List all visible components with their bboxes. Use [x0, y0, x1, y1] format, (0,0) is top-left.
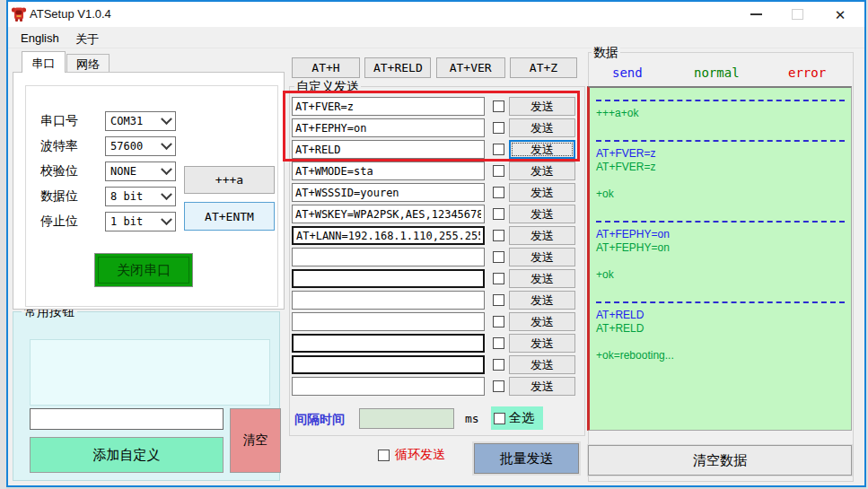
- custom-command-input[interactable]: [292, 291, 485, 310]
- plus-a-button[interactable]: +++a: [184, 166, 275, 194]
- serial-field-dropdown[interactable]: 8 bit: [105, 187, 176, 206]
- interval-time-input[interactable]: [359, 408, 454, 429]
- custom-command-input[interactable]: [292, 312, 485, 331]
- send-button[interactable]: 发送: [509, 183, 575, 202]
- send-checkbox[interactable]: [493, 316, 504, 327]
- close-button[interactable]: ✕: [823, 2, 857, 27]
- log-blank-line: [596, 174, 851, 188]
- minimize-button[interactable]: [739, 2, 773, 27]
- custom-command-input[interactable]: [292, 118, 485, 137]
- send-button[interactable]: 发送: [509, 248, 575, 266]
- dropdown-value: NONE: [110, 165, 136, 178]
- batch-send-button[interactable]: 批量发送: [474, 443, 579, 474]
- custom-send-row: 发送: [292, 97, 575, 116]
- close-serial-port-button[interactable]: 关闭串口: [94, 253, 193, 287]
- quick-button-at-ver[interactable]: AT+VER: [436, 57, 505, 78]
- log-blank-line: [596, 255, 851, 268]
- close-icon: ✕: [835, 8, 846, 22]
- send-checkbox[interactable]: [493, 380, 504, 392]
- custom-command-input[interactable]: [292, 205, 485, 223]
- custom-command-input[interactable]: [292, 140, 485, 159]
- serial-field-label: 停止位: [40, 214, 105, 230]
- select-all-checkbox[interactable]: [494, 413, 505, 424]
- log-line: +ok: [596, 268, 851, 282]
- legend-error: error: [788, 65, 826, 80]
- custom-command-input[interactable]: [292, 377, 485, 396]
- send-button[interactable]: 发送: [509, 334, 575, 353]
- quick-button-at-reld[interactable]: AT+RELD: [364, 57, 431, 78]
- send-checkbox[interactable]: [493, 165, 504, 177]
- send-button[interactable]: 发送: [509, 97, 575, 116]
- menu-item-english[interactable]: English: [15, 30, 65, 47]
- custom-command-input[interactable]: [292, 226, 485, 245]
- common-buttons-group: 常用按钮 添加自定义 清空: [13, 311, 280, 481]
- send-checkbox[interactable]: [493, 251, 504, 263]
- custom-command-input[interactable]: [292, 355, 485, 374]
- send-button[interactable]: 发送: [509, 226, 575, 245]
- send-checkbox[interactable]: [493, 337, 504, 349]
- custom-send-row: 发送: [292, 291, 575, 310]
- tab-serial[interactable]: 串口: [22, 51, 66, 73]
- send-button[interactable]: 发送: [509, 355, 575, 374]
- send-checkbox[interactable]: [493, 230, 504, 241]
- serial-field-label: 数据位: [40, 188, 105, 205]
- tab-network[interactable]: 网络: [66, 54, 110, 73]
- maximize-button[interactable]: [780, 2, 814, 27]
- send-button[interactable]: 发送: [509, 312, 575, 331]
- send-checkbox[interactable]: [493, 273, 504, 284]
- custom-command-input[interactable]: [292, 334, 485, 353]
- custom-send-rows: 发送发送发送发送发送发送发送发送发送发送发送发送发送发送: [292, 97, 575, 398]
- send-button[interactable]: 发送: [509, 377, 575, 396]
- send-checkbox[interactable]: [493, 359, 504, 371]
- send-checkbox[interactable]: [493, 122, 504, 134]
- loop-send-label: 循环发送: [395, 447, 445, 463]
- custom-command-input[interactable]: [292, 162, 485, 180]
- send-button[interactable]: 发送: [509, 269, 575, 288]
- at-entm-button[interactable]: AT+ENTM: [184, 202, 275, 231]
- serial-field-dropdown[interactable]: 1 bit: [105, 212, 176, 231]
- clear-data-button[interactable]: 清空数据: [588, 445, 852, 476]
- serial-field-dropdown[interactable]: NONE: [105, 162, 176, 181]
- serial-field-row: 校验位NONE: [40, 159, 176, 184]
- custom-command-input[interactable]: [292, 269, 485, 288]
- send-checkbox[interactable]: [493, 294, 504, 306]
- quick-button-at-h[interactable]: AT+H: [292, 57, 360, 78]
- dropdown-value: COM31: [110, 115, 143, 127]
- send-checkbox[interactable]: [493, 100, 504, 112]
- serial-field-row: 停止位1 bit: [40, 209, 176, 234]
- send-button[interactable]: 发送: [509, 205, 575, 223]
- loop-send-checkbox[interactable]: [378, 450, 390, 461]
- send-button[interactable]: 发送: [509, 291, 575, 310]
- serial-field-label: 校验位: [40, 163, 105, 179]
- data-log[interactable]: +++a+ok AT+FVER=zAT+FVER=z +ok AT+FEPHY=…: [587, 86, 852, 431]
- add-custom-button[interactable]: 添加自定义: [30, 437, 224, 473]
- serial-field-dropdown[interactable]: COM31: [105, 111, 176, 131]
- log-blank-line: [596, 120, 851, 134]
- send-button[interactable]: 发送: [509, 118, 575, 137]
- log-line: AT+RELD: [596, 322, 851, 336]
- dropdown-value: 1 bit: [110, 215, 143, 228]
- minimize-icon: [750, 13, 762, 15]
- clear-button[interactable]: 清空: [230, 408, 281, 473]
- send-button[interactable]: 发送: [509, 140, 575, 159]
- menu-item-about[interactable]: 关于: [70, 30, 104, 49]
- custom-send-title: 自定义发送: [294, 79, 361, 95]
- common-buttons-list[interactable]: [30, 339, 270, 406]
- serial-field-row: 数据位8 bit: [40, 184, 176, 209]
- custom-command-input[interactable]: [292, 183, 485, 202]
- common-command-input[interactable]: [30, 408, 224, 430]
- send-checkbox[interactable]: [493, 144, 504, 155]
- quick-button-at-z[interactable]: AT+Z: [510, 57, 577, 78]
- send-checkbox[interactable]: [493, 208, 504, 220]
- send-checkbox[interactable]: [493, 187, 504, 198]
- custom-command-input[interactable]: [292, 97, 485, 116]
- custom-send-row: 发送: [292, 312, 575, 331]
- log-line: +ok: [596, 188, 851, 201]
- custom-send-row: 发送: [292, 334, 575, 353]
- select-all-wrap: 全选: [491, 406, 543, 430]
- send-button[interactable]: 发送: [509, 162, 575, 180]
- quick-at-buttons: AT+HAT+RELDAT+VERAT+Z: [292, 57, 577, 78]
- custom-command-input[interactable]: [292, 248, 485, 266]
- log-separator: [596, 295, 851, 309]
- serial-field-dropdown[interactable]: 57600: [105, 136, 176, 156]
